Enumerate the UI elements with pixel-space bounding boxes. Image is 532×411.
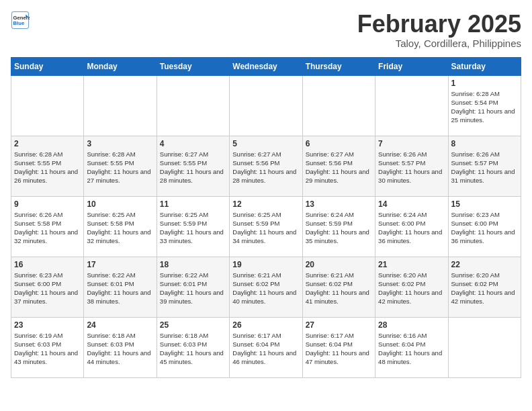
day-cell: 28Sunrise: 6:16 AM Sunset: 6:04 PM Dayli… — [375, 317, 448, 377]
day-number: 3 — [87, 139, 153, 148]
day-number: 15 — [451, 199, 518, 209]
day-number: 19 — [232, 260, 299, 269]
day-cell: 3Sunrise: 6:28 AM Sunset: 5:55 PM Daylig… — [84, 136, 157, 196]
title-block: February 2025 Taloy, Cordillera, Philipp… — [357, 11, 521, 49]
day-cell: 6Sunrise: 6:27 AM Sunset: 5:56 PM Daylig… — [302, 136, 375, 196]
day-info: Sunrise: 6:28 AM Sunset: 5:54 PM Dayligh… — [451, 89, 518, 125]
day-number: 25 — [160, 320, 226, 330]
day-info: Sunrise: 6:20 AM Sunset: 6:02 PM Dayligh… — [451, 271, 518, 306]
day-info: Sunrise: 6:25 AM Sunset: 5:59 PM Dayligh… — [232, 210, 299, 246]
day-cell — [375, 75, 448, 136]
calendar-subtitle: Taloy, Cordillera, Philippines — [357, 38, 521, 49]
day-info: Sunrise: 6:25 AM Sunset: 5:58 PM Dayligh… — [87, 210, 153, 246]
day-cell: 8Sunrise: 6:26 AM Sunset: 5:57 PM Daylig… — [448, 136, 521, 196]
day-cell: 23Sunrise: 6:19 AM Sunset: 6:03 PM Dayli… — [11, 317, 84, 377]
day-info: Sunrise: 6:21 AM Sunset: 6:02 PM Dayligh… — [306, 271, 372, 306]
day-cell: 19Sunrise: 6:21 AM Sunset: 6:02 PM Dayli… — [230, 257, 302, 317]
weekday-header-sunday: Sunday — [11, 57, 84, 75]
day-cell: 9Sunrise: 6:26 AM Sunset: 5:58 PM Daylig… — [11, 196, 84, 257]
svg-text:Blue: Blue — [13, 20, 25, 26]
day-number: 1 — [451, 79, 518, 88]
week-row-4: 23Sunrise: 6:19 AM Sunset: 6:03 PM Dayli… — [11, 317, 521, 377]
day-number: 17 — [87, 260, 153, 269]
day-info: Sunrise: 6:17 AM Sunset: 6:04 PM Dayligh… — [306, 331, 372, 367]
day-info: Sunrise: 6:22 AM Sunset: 6:01 PM Dayligh… — [160, 271, 226, 306]
day-cell — [11, 75, 84, 136]
day-number: 10 — [87, 199, 153, 209]
week-row-3: 16Sunrise: 6:23 AM Sunset: 6:00 PM Dayli… — [11, 257, 521, 317]
week-row-0: 1Sunrise: 6:28 AM Sunset: 5:54 PM Daylig… — [11, 75, 521, 136]
day-number: 23 — [14, 320, 81, 330]
day-info: Sunrise: 6:22 AM Sunset: 6:01 PM Dayligh… — [87, 271, 153, 306]
day-cell: 16Sunrise: 6:23 AM Sunset: 6:00 PM Dayli… — [11, 257, 84, 317]
day-info: Sunrise: 6:28 AM Sunset: 5:55 PM Dayligh… — [14, 150, 81, 185]
day-cell: 4Sunrise: 6:27 AM Sunset: 5:55 PM Daylig… — [157, 136, 229, 196]
calendar-header: SundayMondayTuesdayWednesdayThursdayFrid… — [11, 57, 521, 75]
day-info: Sunrise: 6:20 AM Sunset: 6:02 PM Dayligh… — [378, 271, 445, 306]
day-cell — [157, 75, 229, 136]
day-cell — [448, 317, 521, 377]
day-cell: 22Sunrise: 6:20 AM Sunset: 6:02 PM Dayli… — [448, 257, 521, 317]
day-number: 8 — [451, 139, 518, 148]
day-info: Sunrise: 6:23 AM Sunset: 6:00 PM Dayligh… — [451, 210, 518, 246]
day-number: 6 — [306, 139, 372, 148]
day-info: Sunrise: 6:17 AM Sunset: 6:04 PM Dayligh… — [232, 331, 299, 367]
calendar-title: February 2025 — [357, 11, 521, 38]
day-info: Sunrise: 6:27 AM Sunset: 5:55 PM Dayligh… — [160, 150, 226, 185]
day-cell — [84, 75, 157, 136]
day-number: 28 — [378, 320, 445, 330]
day-cell: 2Sunrise: 6:28 AM Sunset: 5:55 PM Daylig… — [11, 136, 84, 196]
logo-icon: General Blue — [11, 11, 30, 30]
day-cell: 5Sunrise: 6:27 AM Sunset: 5:56 PM Daylig… — [230, 136, 302, 196]
day-info: Sunrise: 6:16 AM Sunset: 6:04 PM Dayligh… — [378, 331, 445, 367]
day-cell: 26Sunrise: 6:17 AM Sunset: 6:04 PM Dayli… — [230, 317, 302, 377]
day-cell: 11Sunrise: 6:25 AM Sunset: 5:59 PM Dayli… — [157, 196, 229, 257]
day-cell: 21Sunrise: 6:20 AM Sunset: 6:02 PM Dayli… — [375, 257, 448, 317]
day-cell — [230, 75, 302, 136]
day-cell: 1Sunrise: 6:28 AM Sunset: 5:54 PM Daylig… — [448, 75, 521, 136]
day-info: Sunrise: 6:24 AM Sunset: 5:59 PM Dayligh… — [306, 210, 372, 246]
day-number: 21 — [378, 260, 445, 269]
week-row-2: 9Sunrise: 6:26 AM Sunset: 5:58 PM Daylig… — [11, 196, 521, 257]
day-number: 7 — [378, 139, 445, 148]
weekday-header-friday: Friday — [375, 57, 448, 75]
weekday-header-saturday: Saturday — [448, 57, 521, 75]
day-cell: 27Sunrise: 6:17 AM Sunset: 6:04 PM Dayli… — [302, 317, 375, 377]
day-info: Sunrise: 6:23 AM Sunset: 6:00 PM Dayligh… — [14, 271, 81, 306]
day-cell: 18Sunrise: 6:22 AM Sunset: 6:01 PM Dayli… — [157, 257, 229, 317]
day-number: 2 — [14, 139, 81, 148]
day-info: Sunrise: 6:26 AM Sunset: 5:58 PM Dayligh… — [14, 210, 81, 246]
day-cell: 12Sunrise: 6:25 AM Sunset: 5:59 PM Dayli… — [230, 196, 302, 257]
svg-text:General: General — [13, 15, 30, 21]
weekday-header-thursday: Thursday — [302, 57, 375, 75]
day-info: Sunrise: 6:26 AM Sunset: 5:57 PM Dayligh… — [378, 150, 445, 185]
page-header: General Blue February 2025 Taloy, Cordil… — [11, 11, 521, 49]
day-number: 13 — [306, 199, 372, 209]
day-number: 12 — [232, 199, 299, 209]
day-info: Sunrise: 6:28 AM Sunset: 5:55 PM Dayligh… — [87, 150, 153, 185]
day-cell: 13Sunrise: 6:24 AM Sunset: 5:59 PM Dayli… — [302, 196, 375, 257]
day-cell: 7Sunrise: 6:26 AM Sunset: 5:57 PM Daylig… — [375, 136, 448, 196]
day-number: 14 — [378, 199, 445, 209]
day-number: 24 — [87, 320, 153, 330]
weekday-header-tuesday: Tuesday — [157, 57, 229, 75]
weekday-header-wednesday: Wednesday — [230, 57, 302, 75]
day-info: Sunrise: 6:21 AM Sunset: 6:02 PM Dayligh… — [232, 271, 299, 306]
calendar-body: 1Sunrise: 6:28 AM Sunset: 5:54 PM Daylig… — [11, 75, 521, 377]
weekday-row: SundayMondayTuesdayWednesdayThursdayFrid… — [11, 57, 521, 75]
calendar-table: SundayMondayTuesdayWednesdayThursdayFrid… — [11, 57, 521, 378]
day-info: Sunrise: 6:27 AM Sunset: 5:56 PM Dayligh… — [306, 150, 372, 185]
day-number: 11 — [160, 199, 226, 209]
week-row-1: 2Sunrise: 6:28 AM Sunset: 5:55 PM Daylig… — [11, 136, 521, 196]
day-cell — [302, 75, 375, 136]
day-info: Sunrise: 6:24 AM Sunset: 6:00 PM Dayligh… — [378, 210, 445, 246]
day-cell: 20Sunrise: 6:21 AM Sunset: 6:02 PM Dayli… — [302, 257, 375, 317]
day-info: Sunrise: 6:19 AM Sunset: 6:03 PM Dayligh… — [14, 331, 81, 367]
day-number: 27 — [306, 320, 372, 330]
day-number: 4 — [160, 139, 226, 148]
day-cell: 14Sunrise: 6:24 AM Sunset: 6:00 PM Dayli… — [375, 196, 448, 257]
day-cell: 25Sunrise: 6:18 AM Sunset: 6:03 PM Dayli… — [157, 317, 229, 377]
day-number: 16 — [14, 260, 81, 269]
weekday-header-monday: Monday — [84, 57, 157, 75]
day-info: Sunrise: 6:27 AM Sunset: 5:56 PM Dayligh… — [232, 150, 299, 185]
